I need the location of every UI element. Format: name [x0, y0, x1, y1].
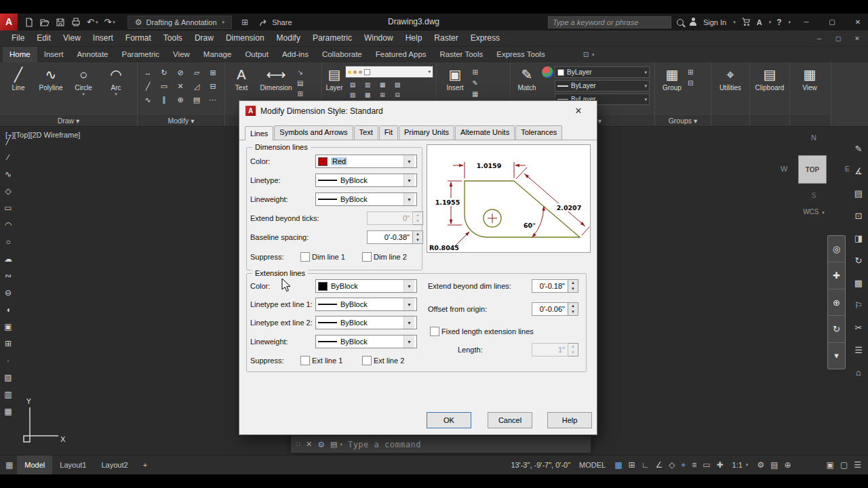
- lineweight-dropdown[interactable]: ByLayer ▾: [555, 80, 650, 92]
- layer-state-icon[interactable]: ⊞: [375, 90, 390, 100]
- suppress-ext-line-2-checkbox[interactable]: [362, 356, 372, 365]
- layout1-tab[interactable]: Layout1: [52, 455, 94, 474]
- menu-item[interactable]: Window: [358, 30, 399, 46]
- dialog-titlebar[interactable]: A Modify Dimension Style: Standard ✕: [239, 101, 597, 121]
- menu-item[interactable]: Dimension: [220, 30, 271, 46]
- ok-button[interactable]: OK: [427, 412, 471, 428]
- insert-block-tool[interactable]: ▣ Insert: [439, 64, 471, 92]
- command-close-icon[interactable]: ✕: [306, 440, 312, 449]
- hatch-icon[interactable]: ▨: [0, 369, 16, 386]
- color-sphere-icon[interactable]: [542, 66, 553, 78]
- extend-beyond-dim-lines-spinner[interactable]: 0'-0.18" ▲▼: [532, 279, 578, 293]
- chevron-down-icon[interactable]: ▼: [403, 298, 414, 310]
- layer-properties-tool[interactable]: ▤ Layer: [325, 64, 344, 92]
- viewcube-east[interactable]: E: [845, 165, 850, 173]
- suppress-ext-line-1-checkbox[interactable]: [300, 356, 310, 365]
- chevron-down-icon[interactable]: ▼: [403, 336, 414, 348]
- modify-tool-icon[interactable]: ⊘: [173, 66, 188, 79]
- layer-state-icon[interactable]: ▧: [390, 80, 405, 90]
- menu-item[interactable]: Raster: [428, 30, 464, 46]
- command-line[interactable]: ∷ ✕ ⚙ ▤▾ Type a command: [290, 435, 591, 453]
- spin-down-icon[interactable]: ▼: [568, 286, 578, 292]
- tab-collaborate[interactable]: Collaborate: [315, 47, 369, 62]
- model-space-toggle[interactable]: MODEL: [579, 461, 606, 469]
- insert-block-icon[interactable]: ▣: [0, 319, 16, 336]
- properties-palette-icon[interactable]: ⊡: [850, 205, 867, 227]
- account-chevron-icon[interactable]: ▾: [769, 20, 772, 25]
- close-button[interactable]: ✕: [848, 14, 868, 30]
- ortho-icon[interactable]: ∟: [642, 460, 650, 470]
- block-small-icon[interactable]: ▦: [472, 90, 478, 98]
- doc-restore-icon[interactable]: ▢: [830, 35, 846, 42]
- panel-label-modify[interactable]: Modify ▾: [138, 115, 224, 126]
- object-color-dropdown[interactable]: ByLayer ▾: [555, 66, 650, 78]
- chevron-down-icon[interactable]: ▼: [403, 193, 414, 205]
- modify-tool-icon[interactable]: ▭: [157, 80, 172, 92]
- spline-icon[interactable]: ∾: [0, 268, 16, 285]
- menu-item[interactable]: File: [5, 30, 31, 46]
- layers-palette-icon[interactable]: ▤: [850, 182, 867, 205]
- model-tab[interactable]: Model: [17, 455, 52, 474]
- new-layout-tab[interactable]: +: [136, 455, 155, 474]
- list-icon[interactable]: ☰: [850, 339, 867, 361]
- dialog-tab-alternate-units[interactable]: Alternate Units: [455, 125, 515, 140]
- menu-item[interactable]: Edit: [31, 30, 57, 46]
- spin-up-icon[interactable]: ▲: [568, 303, 578, 309]
- dimension-tool[interactable]: ⟷ Dimension: [256, 64, 296, 92]
- modify-tool-icon[interactable]: ⋯: [205, 94, 220, 106]
- spin-down-icon[interactable]: ▼: [413, 237, 422, 243]
- command-grip-icon[interactable]: ∷: [296, 440, 300, 449]
- menu-item[interactable]: Parametric: [307, 30, 358, 46]
- modify-tool-icon[interactable]: ▤: [189, 94, 204, 106]
- tab-manage[interactable]: Manage: [197, 47, 239, 62]
- extension-color-dropdown[interactable]: ByBlock ▼: [315, 279, 417, 293]
- dialog-tab-lines[interactable]: Lines: [245, 126, 273, 140]
- tab-insert[interactable]: Insert: [37, 47, 71, 62]
- panel-label-draw[interactable]: Draw ▾: [0, 115, 137, 126]
- grid-icon[interactable]: ▦: [614, 460, 622, 470]
- layer-state-icon[interactable]: ▩: [360, 90, 375, 100]
- dimension-linetype-dropdown[interactable]: ByBlock ▼: [315, 174, 417, 187]
- annotation-monitor-icon[interactable]: ▤: [770, 460, 778, 470]
- menu-item[interactable]: Draw: [189, 30, 220, 46]
- menu-item[interactable]: Format: [119, 30, 157, 46]
- performance-icon[interactable]: ▣: [827, 460, 834, 470]
- viewcube-west[interactable]: W: [781, 165, 787, 173]
- baseline-spacing-spinner[interactable]: 0'-0.38" ▲▼: [367, 230, 423, 244]
- utilities-tool[interactable]: ⌖ Utilities: [714, 64, 747, 92]
- snap-icon[interactable]: ⊞: [629, 460, 635, 470]
- recent-commands-icon[interactable]: ▤▾: [330, 440, 342, 449]
- menu-item[interactable]: View: [57, 30, 87, 46]
- point-icon[interactable]: ∙: [0, 352, 16, 369]
- tab-raster-tools[interactable]: Raster Tools: [433, 47, 490, 62]
- arc-tool[interactable]: ◠ Arc ▾: [100, 64, 132, 96]
- arc-icon[interactable]: ◠: [0, 217, 16, 234]
- navigation-wheel-icon[interactable]: ◎: [828, 236, 845, 262]
- dimension-color-dropdown[interactable]: Red ▼: [315, 155, 417, 168]
- markup-icon[interactable]: ⚐: [850, 294, 867, 317]
- dialog-close-icon[interactable]: ✕: [566, 106, 591, 116]
- chevron-down-icon[interactable]: ▼: [403, 155, 414, 167]
- workspace-switch-icon[interactable]: ⚙: [757, 460, 764, 470]
- gradient-icon[interactable]: ▥: [0, 386, 16, 403]
- suppress-dim-line-1-checkbox[interactable]: [300, 252, 310, 262]
- menu-item[interactable]: Insert: [87, 30, 119, 46]
- wcs-dropdown[interactable]: WCS ▾: [776, 208, 851, 216]
- block-small-icon[interactable]: ⊞: [472, 68, 478, 77]
- create-block-icon[interactable]: ⊞: [0, 336, 16, 352]
- circle-tool[interactable]: ○ Circle ▾: [68, 64, 99, 96]
- spin-up-icon[interactable]: ▲: [568, 280, 578, 286]
- viewcube-north[interactable]: N: [776, 134, 851, 142]
- annotation-small-icon[interactable]: ▤: [297, 79, 303, 87]
- new-file-icon[interactable]: [24, 18, 34, 27]
- touch-mode-icon[interactable]: ⊞: [241, 18, 248, 27]
- menu-item[interactable]: Tools: [157, 30, 189, 46]
- help-chevron-icon[interactable]: ▾: [788, 20, 791, 25]
- menu-item[interactable]: Express: [465, 30, 506, 46]
- modify-tool-icon[interactable]: ✕: [173, 80, 188, 92]
- ext-lineweight-dropdown[interactable]: ByBlock ▼: [315, 335, 417, 348]
- tab-output[interactable]: Output: [238, 47, 275, 62]
- workspace-selector[interactable]: ⚙ Drafting & Annotation ▾: [127, 16, 232, 29]
- ext-linetype-2-dropdown[interactable]: ByBlock ▼: [315, 316, 417, 329]
- tab-home[interactable]: Home: [3, 47, 37, 62]
